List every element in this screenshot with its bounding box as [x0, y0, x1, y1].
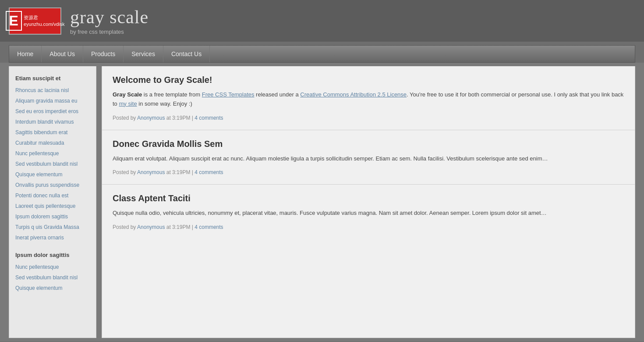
- sidebar-link-0[interactable]: Rhoncus ac lacinia nisl: [15, 85, 90, 96]
- sidebar-s2-link-2[interactable]: Quisque elementum: [15, 283, 90, 293]
- sidebar-link-9[interactable]: Onvallis purus suspendisse: [15, 180, 90, 190]
- post-1-meta: Posted by Anonymous at 3:19PM | 4 commen…: [113, 115, 624, 121]
- nav-products[interactable]: Products: [83, 46, 124, 62]
- sidebar-link-1[interactable]: Aliquam gravida massa eu: [15, 96, 90, 106]
- logo-line1: 资源君: [24, 14, 65, 21]
- site-subtitle: by free css templates: [70, 28, 149, 35]
- sidebar-section-2: Ipsum dolor sagittis Nunc pellentesque S…: [15, 252, 90, 293]
- main-content: Welcome to Gray Scale! Gray Scale is a f…: [102, 66, 635, 338]
- post-1: Welcome to Gray Scale! Gray Scale is a f…: [102, 66, 635, 130]
- sidebar-link-7[interactable]: Sed vestibulum blandit nisl: [15, 159, 90, 169]
- nav-services[interactable]: Services: [124, 46, 163, 62]
- post-2: Donec Gravida Mollis Sem Aliquam erat vo…: [102, 130, 635, 185]
- sidebar-link-11[interactable]: Laoreet quis pellentesque: [15, 201, 90, 211]
- post-3: Class Aptent Taciti Quisque nulla odio, …: [102, 185, 635, 239]
- post-3-body: Quisque nulla odio, vehicula ultricies, …: [113, 209, 624, 218]
- sidebar-link-4[interactable]: Sagittis bibendum erat: [15, 127, 90, 138]
- nav-strip: Home About Us Products Services Contact …: [0, 42, 644, 63]
- post-2-meta: Posted by Anonymous at 3:19PM | 4 commen…: [113, 169, 624, 175]
- post-3-title: Class Aptent Taciti: [113, 193, 624, 203]
- post-1-link-license[interactable]: Creative Commons Attribution 2.5 License: [300, 91, 407, 98]
- site-title-area: gray scale by free css templates: [70, 7, 149, 35]
- post-1-time: 3:19PM: [172, 115, 190, 121]
- sidebar-link-12[interactable]: Ipsum dolorem sagittis: [15, 211, 90, 222]
- sidebar-link-5[interactable]: Curabitur malesuada: [15, 138, 90, 148]
- post-3-time: 3:19PM: [172, 224, 190, 230]
- post-3-meta: Posted by Anonymous at 3:19PM | 4 commen…: [113, 224, 624, 230]
- nav-about[interactable]: About Us: [42, 46, 83, 62]
- sidebar-link-2[interactable]: Sed eu eros imperdiet eros: [15, 106, 90, 117]
- post-1-comments[interactable]: 4 comments: [195, 115, 223, 121]
- post-1-title: Welcome to Gray Scale!: [113, 75, 624, 85]
- logo-text: 资源君 eyunzhu.com/vdisk: [24, 14, 65, 27]
- post-2-time: 3:19PM: [172, 169, 190, 175]
- content-strip: Etiam suscipit et Rhoncus ac lacinia nis…: [0, 63, 644, 342]
- sidebar-link-14[interactable]: Inerat piverra ornaris: [15, 232, 90, 243]
- post-3-author[interactable]: Anonymous: [137, 224, 165, 230]
- sidebar: Etiam suscipit et Rhoncus ac lacinia nis…: [9, 66, 96, 338]
- header: E 资源君 eyunzhu.com/vdisk gray scale by fr…: [0, 0, 644, 42]
- sidebar-link-10[interactable]: Potenti donec nulla est: [15, 190, 90, 201]
- post-2-comments[interactable]: 4 comments: [195, 169, 223, 175]
- post-1-brand: Gray Scale: [113, 91, 142, 98]
- sidebar-link-3[interactable]: Interdum blandit vivamus: [15, 117, 90, 127]
- site-title: gray scale: [70, 7, 149, 28]
- nav-contact[interactable]: Contact Us: [163, 46, 210, 62]
- sidebar-section-2-title: Ipsum dolor sagittis: [15, 252, 90, 258]
- sidebar-section-1-title: Etiam suscipit et: [15, 75, 90, 82]
- post-1-author[interactable]: Anonymous: [137, 115, 165, 121]
- post-1-link-mysite[interactable]: my site: [119, 100, 137, 107]
- sidebar-section-1: Etiam suscipit et Rhoncus ac lacinia nis…: [15, 75, 90, 243]
- post-1-body: Gray Scale is a free template from Free …: [113, 90, 624, 109]
- post-1-link-freecss[interactable]: Free CSS Templates: [202, 91, 255, 98]
- post-3-comments[interactable]: 4 comments: [195, 224, 223, 230]
- logo-letter: E: [6, 11, 22, 31]
- sidebar-link-6[interactable]: Nunc pellentesque: [15, 148, 90, 159]
- sidebar-s2-link-0[interactable]: Nunc pellentesque: [15, 262, 90, 272]
- post-2-body: Aliquam erat volutpat. Aliquam suscipit …: [113, 154, 624, 164]
- logo-line2: eyunzhu.com/vdisk: [24, 21, 65, 27]
- sidebar-s2-link-1[interactable]: Sed vestibulum blandit nisl: [15, 272, 90, 283]
- post-2-title: Donec Gravida Mollis Sem: [113, 139, 624, 149]
- post-2-author[interactable]: Anonymous: [137, 169, 165, 175]
- nav-home[interactable]: Home: [9, 46, 42, 62]
- logo[interactable]: E 资源君 eyunzhu.com/vdisk: [9, 7, 61, 35]
- sidebar-link-13[interactable]: Turpis q uis Gravida Massa: [15, 222, 90, 232]
- navigation: Home About Us Products Services Contact …: [9, 45, 635, 63]
- sidebar-link-8[interactable]: Quisque elementum: [15, 169, 90, 180]
